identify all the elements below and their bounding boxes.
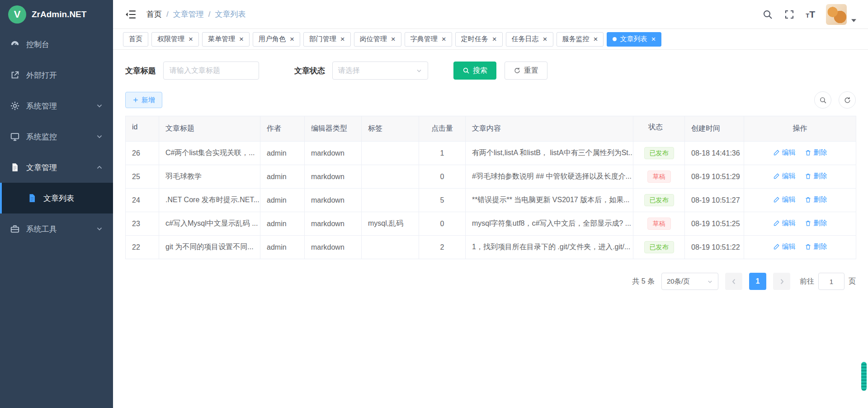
cell-content: **错误提示** 当电脑更新 VS2017 版本后，如果... [466, 189, 633, 212]
sort-carets[interactable] [666, 127, 670, 135]
custom-scrollbar-thumb[interactable] [861, 362, 867, 391]
sidebar-item-system-tools[interactable]: 系统工具 [0, 213, 113, 244]
tab-job[interactable]: 定时任务× [455, 32, 503, 47]
pagination: 共 5 条 20条/页 1 前往 页 [125, 273, 856, 290]
sidebar-item-system-admin[interactable]: 系统管理 [0, 90, 113, 121]
cell-tags: mysql,乱码 [362, 212, 419, 236]
page-content: 文章标题 文章状态 请选择 搜索 重置 [113, 50, 868, 408]
fullscreen-icon[interactable] [784, 9, 795, 20]
tab-dict[interactable]: 字典管理× [405, 32, 452, 47]
caret-down-icon[interactable] [851, 19, 856, 22]
tab-server-monitor[interactable]: 服务监控× [557, 32, 604, 47]
edit-link[interactable]: 编辑 [773, 195, 796, 204]
status-badge: 已发布 [644, 147, 674, 160]
cell-ops: 编辑删除 [744, 189, 856, 212]
sidebar: V ZrAdmin.NET 控制台外部打开系统管理系统监控文章管理文章列表系统工… [0, 0, 113, 408]
delete-link[interactable]: 删除 [805, 195, 827, 204]
delete-icon [805, 196, 811, 203]
reset-button[interactable]: 重置 [505, 62, 547, 80]
delete-link[interactable]: 删除 [805, 148, 827, 157]
article-title-input[interactable] [163, 62, 259, 80]
add-button[interactable]: 新增 [125, 92, 162, 108]
breadcrumb-item-1[interactable]: 文章管理 [173, 9, 204, 19]
tab-job-log[interactable]: 任务日志× [506, 32, 553, 47]
breadcrumb-item-0[interactable]: 首页 [146, 9, 162, 19]
next-page-button[interactable] [773, 273, 790, 290]
close-icon[interactable]: × [340, 35, 345, 43]
column-header-tags: 标签 [362, 116, 419, 142]
tab-label: 服务监控 [562, 35, 590, 43]
cell-created: 08-19 10:51:27 [685, 189, 744, 212]
user-avatar[interactable] [826, 4, 847, 25]
collapse-sidebar-icon[interactable] [125, 9, 137, 20]
sidebar-subitem-article-list[interactable]: 文章列表 [0, 183, 113, 213]
logo-icon: V [8, 5, 26, 24]
tab-label: 部门管理 [309, 35, 336, 43]
cell-title: c#写入Mysql中文显示乱码 ... [159, 212, 260, 236]
tab-dept[interactable]: 部门管理× [303, 32, 351, 47]
delete-link[interactable]: 删除 [805, 242, 827, 251]
sidebar-item-external-open[interactable]: 外部打开 [0, 60, 113, 90]
article-status-select[interactable]: 请选择 [332, 62, 428, 80]
sidebar-item-dashboard[interactable]: 控制台 [0, 29, 113, 60]
main-area: 首页/文章管理/文章列表 TT 首页权限管理×菜单管理×用户角色×部门管理×岗位… [113, 0, 868, 408]
close-icon[interactable]: × [188, 35, 193, 43]
edit-icon [773, 243, 780, 250]
close-icon[interactable]: × [650, 35, 656, 43]
delete-link[interactable]: 删除 [805, 219, 827, 228]
tab-user-role[interactable]: 用户角色× [253, 32, 300, 47]
goto-page-input[interactable] [818, 273, 844, 290]
search-icon[interactable] [762, 9, 773, 20]
status-badge: 已发布 [644, 241, 674, 254]
cell-id: 25 [126, 165, 159, 189]
delete-icon [805, 173, 811, 180]
app-logo[interactable]: V ZrAdmin.NET [0, 0, 113, 29]
table-row: 22git 为不同的项目设置不同...adminmarkdown21，找到项目所… [126, 236, 856, 259]
delete-icon [805, 220, 811, 227]
sidebar-item-article-admin[interactable]: 文章管理 [0, 152, 113, 183]
column-header-content: 文章内容 [466, 116, 633, 142]
column-header-status[interactable]: 状态 [633, 116, 685, 142]
page-size-select[interactable]: 20条/页 [661, 273, 718, 290]
close-icon[interactable]: × [238, 35, 244, 43]
delete-icon [805, 243, 811, 250]
search-button[interactable]: 搜索 [453, 62, 496, 80]
column-header-editor: 编辑器类型 [305, 116, 362, 142]
page-unit-label: 页 [849, 277, 856, 286]
tab-home[interactable]: 首页 [123, 32, 148, 47]
cell-id: 22 [126, 236, 159, 259]
cell-clicks: 5 [419, 189, 466, 212]
delete-link[interactable]: 删除 [805, 172, 827, 180]
column-header-id[interactable]: id [126, 116, 159, 142]
close-icon[interactable]: × [491, 35, 497, 43]
close-icon[interactable]: × [593, 35, 598, 43]
chevron-up-icon [96, 164, 103, 171]
prev-page-button[interactable] [725, 273, 742, 290]
edit-icon [773, 173, 780, 180]
refresh-icon[interactable] [839, 91, 856, 109]
tab-article-list[interactable]: 文章列表× [607, 32, 661, 47]
edit-link[interactable]: 编辑 [773, 148, 796, 157]
page-number-1[interactable]: 1 [749, 273, 766, 290]
edit-link[interactable]: 编辑 [773, 172, 796, 180]
close-icon[interactable]: × [441, 35, 446, 43]
sidebar-item-system-monitor[interactable]: 系统监控 [0, 121, 113, 152]
edit-link[interactable]: 编辑 [773, 219, 796, 228]
cell-content: #羽毛球拍参数说明 ## 中管软硬选择以及长度介... [466, 165, 633, 189]
topbar-actions: TT [762, 4, 856, 25]
toggle-search-icon[interactable] [814, 91, 831, 109]
tab-perm[interactable]: 权限管理× [151, 32, 199, 47]
close-icon[interactable]: × [390, 35, 396, 43]
tab-post[interactable]: 岗位管理× [354, 32, 401, 47]
font-size-icon[interactable]: TT [806, 9, 815, 20]
cell-ops: 编辑删除 [744, 212, 856, 236]
cell-content: mysql字符集utf8，c#写入中文后，全部显示成? ... [466, 212, 633, 236]
cell-author: admin [260, 142, 305, 165]
tab-label: 岗位管理 [360, 35, 387, 43]
close-icon[interactable]: × [289, 35, 294, 43]
tab-menu[interactable]: 菜单管理× [202, 32, 250, 47]
close-icon[interactable]: × [542, 35, 547, 43]
edit-link[interactable]: 编辑 [773, 242, 796, 251]
cell-clicks: 0 [419, 212, 466, 236]
sort-carets[interactable] [141, 127, 144, 135]
